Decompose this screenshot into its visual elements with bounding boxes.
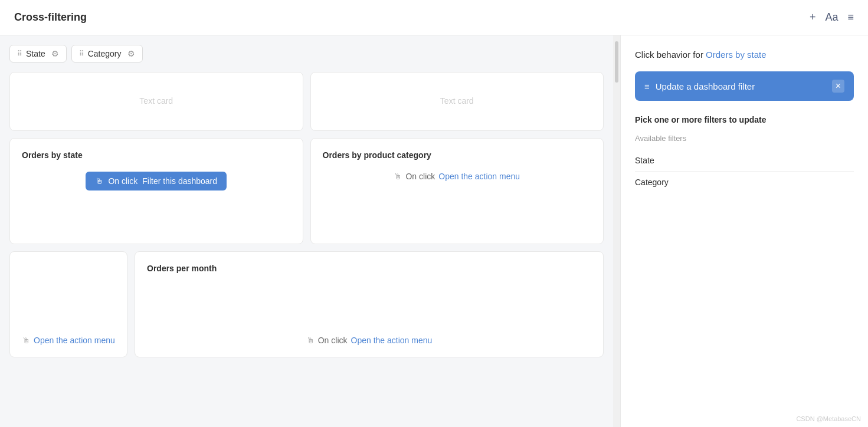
font-icon[interactable]: Aa xyxy=(825,11,838,24)
category-filter-label: Category xyxy=(88,49,122,58)
watermark: CSDN @MetabaseCN xyxy=(796,415,861,422)
click-icon: 🖱 xyxy=(95,176,103,186)
selected-action-left: ≡ Update a dashboard filter xyxy=(644,81,755,91)
scrollbar-thumb[interactable] xyxy=(615,41,618,83)
open-action-menu-text-1: Open the action menu xyxy=(438,172,520,181)
open-action-menu-text-2: Open the action menu xyxy=(34,336,115,345)
add-icon[interactable]: + xyxy=(810,11,816,24)
on-click-label: On click xyxy=(108,176,137,186)
on-click-label-2: On click xyxy=(405,172,435,181)
right-panel: Click behavior for Orders by state ≡ Upd… xyxy=(620,35,868,427)
orders-by-state-title: Orders by state xyxy=(22,150,291,160)
open-action-menu-link-2[interactable]: 🖱 Open the action menu xyxy=(22,336,115,345)
filter-bar: ⠿ State ⚙ ⠿ Category ⚙ xyxy=(9,45,604,63)
available-filters-label: Available filters xyxy=(635,134,854,143)
text-card-1: Text card xyxy=(9,72,303,131)
drag-dots-icon2: ⠿ xyxy=(79,50,84,58)
filter-option-state[interactable]: State xyxy=(635,150,854,172)
orders-per-month-card: Orders per month 🖱 On click Open the act… xyxy=(135,251,604,357)
scrollbar[interactable] xyxy=(613,35,620,427)
bottom-cards-grid: 🖱 Open the action menu Orders per month … xyxy=(9,251,604,357)
filter-dashboard-label: Filter this dashboard xyxy=(142,176,217,186)
text-card-2-placeholder: Text card xyxy=(323,84,592,117)
close-action-button[interactable]: × xyxy=(832,80,844,93)
selected-action-label: Update a dashboard filter xyxy=(656,81,755,91)
filter-icon-panel: ≡ xyxy=(644,81,650,91)
category-filter-chip[interactable]: ⠿ Category ⚙ xyxy=(71,45,143,63)
drag-dots-icon: ⠿ xyxy=(17,50,22,58)
bottom-small-card: 🖱 Open the action menu xyxy=(9,251,127,357)
cursor-icon-3: 🖱 xyxy=(306,336,315,345)
open-action-menu-link-1[interactable]: 🖱 On click Open the action menu xyxy=(394,172,520,181)
orders-by-state-card: Orders by state 🖱 On click Filter this d… xyxy=(9,138,303,244)
main-layout: ⠿ State ⚙ ⠿ Category ⚙ Text card Text ca… xyxy=(0,35,868,427)
open-action-menu-link-3[interactable]: 🖱 On click Open the action menu xyxy=(306,336,433,345)
selected-action-button[interactable]: ≡ Update a dashboard filter × xyxy=(635,71,854,101)
text-card-1-placeholder: Text card xyxy=(22,84,291,117)
filter-option-category[interactable]: Category xyxy=(635,172,854,193)
open-action-menu-text-3: Open the action menu xyxy=(351,336,433,345)
panel-title: Click behavior for Orders by state xyxy=(635,50,854,60)
orders-per-month-action: 🖱 On click Open the action menu xyxy=(147,336,591,345)
panel-title-link[interactable]: Orders by state xyxy=(706,50,767,60)
app-title: Cross-filtering xyxy=(14,11,87,24)
category-gear-icon[interactable]: ⚙ xyxy=(127,49,135,58)
state-filter-label: State xyxy=(26,49,45,58)
panel-title-text: Click behavior for xyxy=(635,50,706,60)
state-gear-icon[interactable]: ⚙ xyxy=(51,49,59,58)
top-cards-grid: Text card Text card Orders by state 🖱 On… xyxy=(9,72,604,244)
orders-by-category-card: Orders by product category 🖱 On click Op… xyxy=(310,138,604,244)
app-header: Cross-filtering + Aa ≡ xyxy=(0,0,868,35)
filter-options-list: State Category xyxy=(635,150,854,193)
orders-by-state-action: 🖱 On click Filter this dashboard xyxy=(22,172,291,190)
orders-by-category-title: Orders by product category xyxy=(323,150,592,160)
cursor-icon-2: 🖱 xyxy=(22,336,30,345)
dashboard-area: ⠿ State ⚙ ⠿ Category ⚙ Text card Text ca… xyxy=(0,35,613,427)
cursor-icon-1: 🖱 xyxy=(394,172,402,181)
filter-dashboard-button[interactable]: 🖱 On click Filter this dashboard xyxy=(86,172,227,190)
orders-by-category-action: 🖱 On click Open the action menu xyxy=(323,172,592,181)
on-click-label-3: On click xyxy=(318,336,348,345)
orders-per-month-title: Orders per month xyxy=(147,264,591,273)
text-card-2: Text card xyxy=(310,72,604,131)
state-filter-chip[interactable]: ⠿ State ⚙ xyxy=(9,45,67,63)
filter-settings-icon[interactable]: ≡ xyxy=(847,11,854,24)
panel-subtitle: Pick one or more filters to update xyxy=(635,115,854,124)
header-actions: + Aa ≡ xyxy=(810,11,854,24)
